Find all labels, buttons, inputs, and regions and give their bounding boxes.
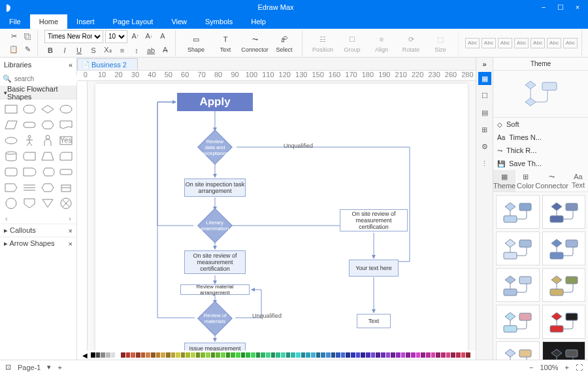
color-swatch[interactable] <box>106 352 110 358</box>
shape-prev-icon[interactable]: ‹ <box>5 214 8 222</box>
color-swatch[interactable] <box>286 352 291 358</box>
zoomin-icon[interactable]: + <box>565 364 569 371</box>
color-swatch[interactable] <box>396 352 400 358</box>
tab-ruler-icon[interactable]: ▤ <box>478 106 491 119</box>
style-abc-2[interactable]: Abc <box>482 38 496 48</box>
opt-save[interactable]: 💾 Save Th... <box>493 157 588 170</box>
minimize-icon[interactable]: − <box>536 1 551 13</box>
color-swatch[interactable] <box>176 352 180 358</box>
theme-thumb[interactable] <box>496 231 540 265</box>
doublearrow-icon[interactable]: » <box>482 60 486 68</box>
color-swatch[interactable] <box>386 352 391 358</box>
shape-hex[interactable] <box>41 119 55 131</box>
page-name[interactable]: Page-1 <box>18 364 41 371</box>
fontsize-select[interactable]: 10 <box>105 30 127 43</box>
color-swatch[interactable] <box>156 352 161 358</box>
tab-layer-icon[interactable]: ☐ <box>478 89 491 102</box>
node-onsite-review[interactable]: On site review of measurement certificat… <box>184 250 246 274</box>
color-swatch[interactable] <box>291 352 295 358</box>
color-swatch[interactable] <box>266 352 270 358</box>
shape-card[interactable] <box>59 150 73 162</box>
fontcolor-icon[interactable]: A <box>157 30 169 42</box>
color-swatch[interactable] <box>191 352 195 358</box>
color-swatch[interactable] <box>241 352 246 358</box>
style-abc-3[interactable]: Abc <box>498 38 512 48</box>
color-swatch[interactable] <box>336 352 340 358</box>
page-dropdown-icon[interactable]: ▾ <box>47 363 51 371</box>
shape-or[interactable] <box>59 197 73 209</box>
color-swatch[interactable] <box>196 352 201 358</box>
subtab-color[interactable]: ⊞Color <box>515 170 535 192</box>
color-swatch[interactable] <box>131 352 135 358</box>
menu-help[interactable]: Help <box>242 14 275 29</box>
theme-thumb[interactable] <box>542 305 586 339</box>
page-add-icon[interactable]: + <box>57 364 61 371</box>
color-swatch[interactable] <box>306 352 310 358</box>
shape-button[interactable]: ▭Shape <box>182 31 210 54</box>
color-swatch[interactable] <box>416 352 421 358</box>
shape-yes[interactable]: Yes <box>59 135 73 146</box>
color-swatch[interactable] <box>91 352 95 358</box>
highlight-icon[interactable]: ab <box>145 44 157 56</box>
shape-body[interactable] <box>41 135 55 146</box>
shape-diamond[interactable] <box>41 103 55 115</box>
shape-trap[interactable] <box>41 150 55 162</box>
collapse-icon[interactable]: « <box>69 61 73 69</box>
color-swatch[interactable] <box>246 352 250 358</box>
theme-thumb[interactable] <box>496 268 540 302</box>
style-abc-1[interactable]: Abc <box>465 38 480 48</box>
fontdec-icon[interactable]: A↓ <box>143 30 155 42</box>
shape-next-icon[interactable]: › <box>69 214 71 222</box>
italic-icon[interactable]: I <box>59 44 71 56</box>
node-onsite-task[interactable]: On site inspection task arrangement <box>184 178 246 197</box>
color-swatch[interactable] <box>261 352 265 358</box>
node-issue-cert[interactable]: Issue measurement certificate <box>184 343 246 350</box>
color-swatch[interactable] <box>236 352 240 358</box>
color-swatch[interactable] <box>211 352 216 358</box>
style-abc-7[interactable]: Abc <box>563 38 578 48</box>
node-material-arrangement[interactable]: Review material arrangement <box>180 284 250 295</box>
menu-symbols[interactable]: Symbols <box>196 14 242 29</box>
shape-round[interactable] <box>22 103 37 115</box>
theme-thumb[interactable] <box>542 268 586 302</box>
theme-thumb[interactable] <box>496 195 540 229</box>
connector-button[interactable]: ⤳Connector <box>241 31 269 54</box>
color-swatch[interactable] <box>391 352 395 358</box>
shape-db[interactable] <box>22 150 37 162</box>
color-swatch[interactable] <box>231 352 235 358</box>
bullet-icon[interactable]: ≡ <box>116 44 128 56</box>
color-swatch[interactable] <box>136 352 140 358</box>
color-swatch[interactable] <box>446 352 451 358</box>
color-swatch[interactable] <box>311 352 316 358</box>
color-swatch[interactable] <box>341 352 346 358</box>
subtab-connector[interactable]: ⤳Connector <box>535 170 568 192</box>
node-your-text[interactable]: Your text here <box>349 260 399 277</box>
doc-tab[interactable]: 📄 Business 2 <box>77 58 138 70</box>
color-swatch[interactable] <box>121 352 125 358</box>
color-swatch[interactable] <box>101 352 105 358</box>
menu-insert[interactable]: Insert <box>67 14 104 29</box>
cat-callouts[interactable]: ▸ Callouts× <box>0 224 76 237</box>
indent-icon[interactable]: A̶ <box>159 44 171 56</box>
color-swatch[interactable] <box>281 352 286 358</box>
shape-term[interactable] <box>22 119 37 131</box>
menu-page-layout[interactable]: Page Layout <box>104 14 163 29</box>
color-swatch[interactable] <box>296 352 301 358</box>
color-swatch[interactable] <box>96 352 101 358</box>
color-swatch[interactable] <box>276 352 280 358</box>
node-review3[interactable]: On site review of measurement certificat… <box>340 209 408 231</box>
color-swatch[interactable] <box>126 352 131 358</box>
shape-circle[interactable] <box>4 197 18 209</box>
opt-font[interactable]: Aa Times N... <box>493 131 588 144</box>
shape-off[interactable] <box>22 197 37 209</box>
theme-thumb[interactable] <box>496 305 540 339</box>
node-apply[interactable]: Apply <box>177 93 253 111</box>
cut-icon[interactable]: ✂ <box>8 31 20 42</box>
color-swatch[interactable] <box>401 352 406 358</box>
color-swatch[interactable] <box>411 352 416 358</box>
color-swatch[interactable] <box>256 352 261 358</box>
shape-merge[interactable] <box>59 182 73 194</box>
color-swatch[interactable] <box>406 352 410 358</box>
menu-file[interactable]: File <box>0 14 30 29</box>
shape-doc[interactable] <box>59 119 73 131</box>
